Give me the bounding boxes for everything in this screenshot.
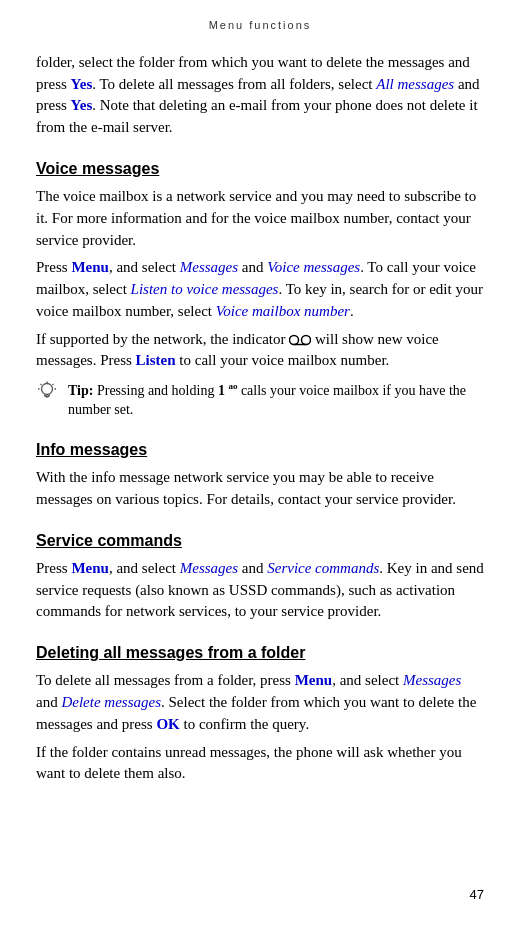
messages-link-voice: Messages: [180, 259, 238, 275]
yes-link-2: Yes: [71, 97, 93, 113]
key-1: 1 ao: [218, 383, 238, 398]
svg-line-6: [41, 384, 42, 385]
voice-messages-section: Voice messages The voice mailbox is a ne…: [36, 157, 484, 420]
header-text: Menu functions: [209, 19, 312, 31]
service-commands-link: Service commands: [267, 560, 379, 576]
ok-link: OK: [156, 716, 179, 732]
menu-link-service: Menu: [71, 560, 109, 576]
voice-mailbox-number-link: Voice mailbox number: [216, 303, 350, 319]
service-commands-heading: Service commands: [36, 529, 484, 552]
voicemail-icon: [289, 333, 311, 347]
listen-voice-link: Listen to voice messages: [131, 281, 279, 297]
voice-p2: Press Menu, and select Messages and Voic…: [36, 257, 484, 322]
info-messages-section: Info messages With the info message netw…: [36, 438, 484, 511]
tip-icon: [36, 380, 58, 402]
delete-p1: To delete all messages from a folder, pr…: [36, 670, 484, 735]
tip-bold-label: Tip:: [68, 383, 93, 398]
intro-text-2: . To delete all messages from all folder…: [92, 76, 376, 92]
voice-p3: If supported by the network, the indicat…: [36, 329, 484, 373]
ao-superscript: ao: [228, 381, 237, 391]
intro-text-4: . Note that deleting an e-mail from your…: [36, 97, 478, 135]
messages-link-delete: Messages: [403, 672, 461, 688]
svg-point-1: [302, 336, 311, 345]
service-commands-section: Service commands Press Menu, and select …: [36, 529, 484, 623]
tip-text-content: Tip: Pressing and holding 1 ao calls you…: [68, 380, 484, 420]
messages-link-service: Messages: [180, 560, 238, 576]
delete-p2: If the folder contains unread messages, …: [36, 742, 484, 786]
yes-link-1: Yes: [71, 76, 93, 92]
page-number: 47: [470, 886, 484, 905]
page-header: Menu functions: [36, 18, 484, 34]
voice-messages-link: Voice messages: [267, 259, 360, 275]
svg-line-7: [53, 384, 54, 385]
tip-box: Tip: Pressing and holding 1 ao calls you…: [36, 380, 484, 420]
menu-link-delete: Menu: [295, 672, 333, 688]
voice-p1: The voice mailbox is a network service a…: [36, 186, 484, 251]
listen-link: Listen: [136, 352, 176, 368]
info-p1: With the info message network service yo…: [36, 467, 484, 511]
all-messages-link: All messages: [376, 76, 454, 92]
info-messages-heading: Info messages: [36, 438, 484, 461]
service-p1: Press Menu, and select Messages and Serv…: [36, 558, 484, 623]
delete-messages-link: Delete messages: [61, 694, 161, 710]
intro-paragraph: folder, select the folder from which you…: [36, 52, 484, 139]
page-container: Menu functions folder, select the folder…: [0, 0, 520, 925]
deleting-messages-heading: Deleting all messages from a folder: [36, 641, 484, 664]
svg-point-3: [42, 384, 53, 395]
deleting-messages-section: Deleting all messages from a folder To d…: [36, 641, 484, 785]
voice-messages-heading: Voice messages: [36, 157, 484, 180]
tip-bulb-icon: [36, 380, 58, 402]
svg-point-0: [290, 336, 299, 345]
menu-link-voice: Menu: [71, 259, 109, 275]
